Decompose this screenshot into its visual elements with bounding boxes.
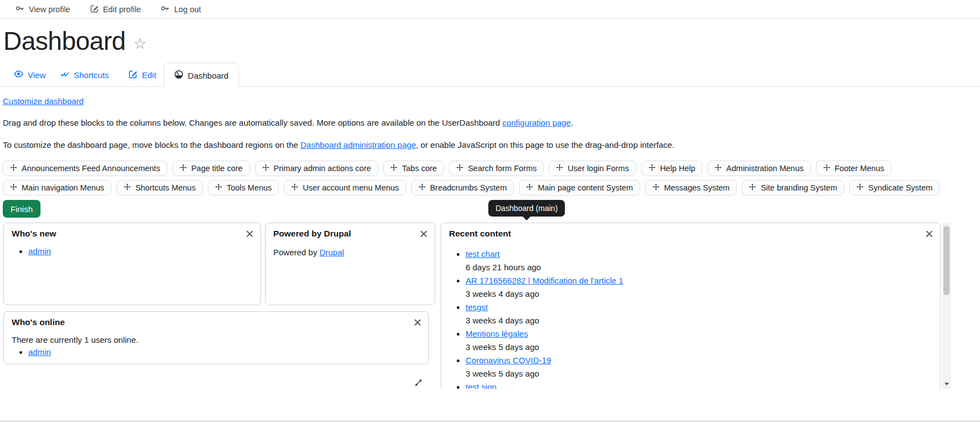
recent-item-link[interactable]: tesgst	[466, 302, 488, 312]
recent-item-link[interactable]: AR 1716566282 | Modification de l'articl…	[466, 276, 623, 285]
intro-p1-period: .	[571, 118, 573, 127]
draggable-block-pill[interactable]: User account menu Menus	[284, 180, 406, 195]
close-icon[interactable]: ×	[414, 315, 422, 330]
tab-dashboard-active[interactable]: Dashboard	[164, 63, 239, 88]
draggable-block-pill[interactable]: User login Forms	[549, 161, 636, 176]
block-pill-label: Footer Menus	[835, 164, 884, 173]
move-icon	[418, 183, 426, 192]
recent-item-link[interactable]: Mentions légales	[466, 329, 528, 338]
drupal-link[interactable]: Drupal	[319, 248, 344, 257]
draggable-block-pill[interactable]: Site branding System	[742, 180, 844, 195]
gauge-icon	[174, 70, 183, 81]
draggable-block-pill[interactable]: Shortcuts Menus	[116, 180, 203, 195]
intro-paragraph-1: Drag and drop these blocks to the column…	[3, 118, 573, 127]
powered-title: Powered by Drupal	[273, 229, 427, 239]
draggable-block-pill[interactable]: Messages System	[645, 180, 737, 195]
resize-handle-icon[interactable]	[414, 378, 423, 389]
block-pill-label: Shortcuts Menus	[135, 183, 196, 192]
key-icon	[16, 4, 24, 14]
draggable-block-pill[interactable]: Main page content System	[519, 180, 640, 195]
move-icon	[526, 183, 533, 192]
recent-content-item: Coronavirus COVID-19 3 weeks 5 days ago	[466, 354, 932, 380]
recent-item-link[interactable]: Coronavirus COVID-19	[466, 356, 551, 365]
tab-view[interactable]: View	[14, 63, 45, 87]
close-icon[interactable]: ×	[246, 227, 254, 241]
dashboard-canvas: Who's new × admin Powered by Drupal × Po…	[0, 223, 951, 389]
user-link[interactable]: admin	[28, 246, 51, 256]
block-pill-label: Main page content System	[538, 183, 633, 192]
draggable-block-pill[interactable]: Syndicate System	[849, 180, 940, 195]
recent-content-item: Mentions légales 3 weeks 5 days ago	[466, 327, 932, 354]
draggable-block-pill[interactable]: Breadcrumbs System	[411, 180, 514, 195]
draggable-block-pill[interactable]: Footer Menus	[816, 161, 891, 176]
log-out-link[interactable]: Log out	[161, 4, 201, 14]
finish-button[interactable]: Finish	[3, 200, 40, 218]
double-check-icon	[60, 70, 69, 80]
recent-content-title: Recent content	[449, 229, 932, 239]
recent-content-item: tesgst 3 weeks 4 days ago	[466, 301, 932, 327]
tab-view-label: View	[28, 70, 45, 80]
move-icon	[291, 183, 298, 192]
user-topbar: View profile Edit profile Log out	[0, 0, 980, 19]
block-pill-row-2: Main navigation Menus Shortcuts Menus To…	[3, 180, 940, 195]
whos-online-title: Who's online	[12, 317, 421, 327]
move-icon	[180, 164, 187, 173]
tooltip-arrow	[523, 217, 530, 220]
region-tooltip: Dashboard (main)	[488, 200, 565, 217]
region-tooltip-label: Dashboard (main)	[496, 204, 558, 213]
draggable-block-pill[interactable]: Search form Forms	[449, 161, 544, 176]
whos-new-panel: Who's new × admin	[3, 223, 261, 305]
scrollbar-down-button[interactable]	[942, 379, 951, 389]
block-pill-label: Page title core	[191, 164, 243, 173]
block-pill-label: Tools Menus	[227, 183, 272, 192]
powered-by-drupal-panel: Powered by Drupal × Powered by Drupal	[265, 223, 435, 305]
view-profile-link[interactable]: View profile	[16, 4, 70, 14]
tab-shortcuts[interactable]: Shortcuts	[60, 63, 109, 87]
close-icon[interactable]: ×	[420, 227, 428, 241]
draggable-block-pill[interactable]: Tabs core	[383, 161, 444, 176]
star-icon[interactable]: ☆	[134, 35, 147, 53]
draggable-block-pill[interactable]: Page title core	[172, 161, 250, 176]
recent-item-time: 3 weeks 5 days ago	[466, 341, 932, 354]
recent-item-link[interactable]: test sign	[466, 382, 497, 389]
edit-profile-link[interactable]: Edit profile	[90, 4, 141, 14]
draggable-block-pill[interactable]: Administration Menus	[707, 161, 810, 176]
move-icon	[823, 164, 830, 173]
intro-paragraph-2: To customize the dashboard page, move bl…	[3, 140, 675, 150]
recent-content-item: AR 1716566282 | Modification de l'articl…	[466, 274, 932, 301]
recent-item-time: 3 weeks 5 days ago	[466, 367, 932, 380]
block-pill-label: Site branding System	[760, 183, 837, 192]
dashboard-page: View profile Edit profile Log out Dashbo…	[0, 0, 980, 422]
close-icon[interactable]: ×	[925, 227, 933, 241]
draggable-block-pill[interactable]: Main navigation Menus	[3, 180, 111, 195]
dashboard-admin-page-link[interactable]: Dashboard administration page	[300, 140, 416, 150]
recent-item-time: 6 days 21 hours ago	[466, 261, 932, 274]
whos-online-status: There are currently 1 users online.	[12, 335, 421, 344]
block-pill-row-1: Announcements Feed Announcements Page ti…	[3, 161, 891, 176]
vertical-scrollbar[interactable]	[942, 223, 951, 389]
block-pill-label: Primary admin actions core	[274, 164, 371, 173]
scrollbar-thumb[interactable]	[943, 226, 950, 295]
log-out-label: Log out	[174, 5, 201, 14]
recent-item-link[interactable]: test chart	[466, 249, 500, 259]
block-pill-label: User account menu Menus	[303, 183, 399, 192]
draggable-block-pill[interactable]: Primary admin actions core	[255, 161, 379, 176]
whos-new-user-list: admin	[12, 246, 253, 256]
block-pill-label: Breadcrumbs System	[430, 183, 507, 192]
intro-p2-tail: , or enable JavaScript on this page to u…	[416, 140, 674, 150]
block-pill-label: Syndicate System	[868, 183, 932, 192]
tab-edit[interactable]: Edit	[129, 63, 156, 87]
tab-shortcuts-label: Shortcuts	[74, 70, 109, 80]
customize-dashboard-link[interactable]: Customize dashboard	[3, 96, 84, 106]
move-icon	[10, 183, 17, 192]
block-pill-label: User login Forms	[568, 164, 629, 173]
user-link[interactable]: admin	[28, 347, 51, 357]
edit-pencil-icon	[129, 70, 137, 80]
draggable-block-pill[interactable]: Tools Menus	[208, 180, 279, 195]
draggable-block-pill[interactable]: Help Help	[641, 161, 703, 176]
block-pill-label: Main navigation Menus	[22, 183, 104, 192]
intro-p2-text: To customize the dashboard page, move bl…	[3, 140, 300, 150]
tab-dashboard-label: Dashboard	[188, 71, 228, 80]
draggable-block-pill[interactable]: Announcements Feed Announcements	[3, 161, 167, 176]
configuration-page-link[interactable]: configuration page	[502, 118, 570, 127]
